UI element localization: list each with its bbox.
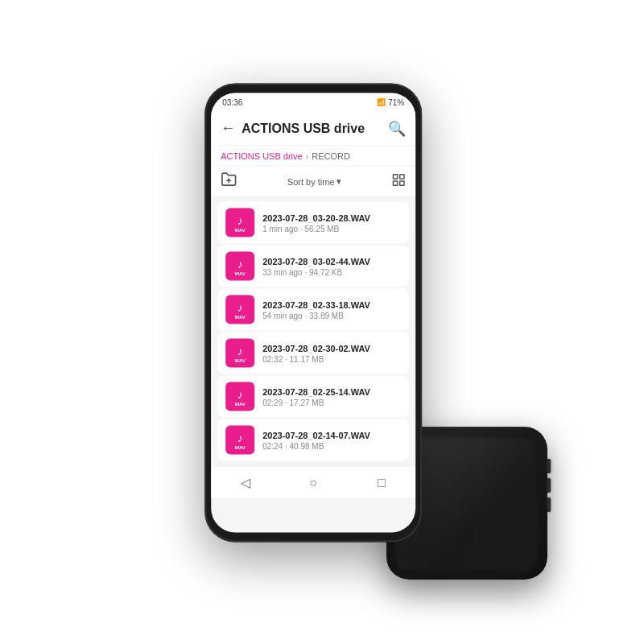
file-icon: ♪ WAV (225, 295, 254, 324)
file-meta: 54 min ago · 33.89 MB (262, 311, 401, 320)
file-type-label: WAV (235, 401, 246, 406)
file-icon: ♪ WAV (225, 382, 254, 411)
file-name: 2023-07-28_03-02-44.WAV (262, 256, 401, 266)
file-list: ♪ WAV 2023-07-28_03-20-28.WAV 1 min ago … (211, 197, 415, 466)
side-button-2 (547, 478, 551, 493)
status-time: 03:36 (222, 97, 242, 106)
file-icon: ♪ WAV (225, 339, 254, 368)
file-meta: 1 min ago · 56.25 MB (262, 224, 401, 233)
svg-rect-5 (400, 181, 404, 185)
list-item[interactable]: ♪ WAV 2023-07-28_02-25-14.WAV 02:29 · 17… (217, 376, 409, 418)
scene: 03:36 📶 71% ← ACTIONS USB drive 🔍 ACTION… (0, 0, 644, 644)
list-item[interactable]: ♪ WAV 2023-07-28_02-30-02.WAV 02:32 · 11… (217, 332, 409, 374)
file-name: 2023-07-28_02-30-02.WAV (262, 343, 401, 353)
music-note-icon: ♪ (237, 387, 243, 400)
search-button[interactable]: 🔍 (388, 119, 406, 137)
list-item[interactable]: ♪ WAV 2023-07-28_03-02-44.WAV 33 min ago… (217, 246, 409, 287)
file-type-label: WAV (235, 444, 246, 449)
file-name: 2023-07-28_02-14-07.WAV (262, 430, 401, 440)
music-note-icon: ♪ (237, 213, 243, 226)
side-buttons (547, 459, 551, 512)
list-item[interactable]: ♪ WAV 2023-07-28_02-33-18.WAV 54 min ago… (217, 289, 409, 331)
breadcrumb-root[interactable]: ACTIONS USB drive (221, 151, 302, 161)
status-icons: 📶 71% (377, 97, 404, 106)
status-bar: 03:36 📶 71% (211, 93, 415, 111)
sort-label: Sort by time (287, 176, 335, 186)
recent-nav-button[interactable]: □ (370, 471, 393, 493)
file-icon: ♪ WAV (225, 208, 254, 237)
file-meta: 02:29 · 17.27 MB (262, 398, 401, 407)
list-item[interactable]: ♪ WAV 2023-07-28_02-14-07.WAV 02:24 · 40… (217, 419, 409, 461)
phone-screen: 03:36 📶 71% ← ACTIONS USB drive 🔍 ACTION… (211, 93, 415, 533)
svg-rect-2 (393, 174, 397, 178)
file-type-label: WAV (235, 314, 246, 319)
music-note-icon: ♪ (237, 344, 243, 357)
home-nav-button[interactable]: ○ (302, 471, 324, 493)
breadcrumb-separator: › (306, 151, 309, 161)
file-name: 2023-07-28_02-25-14.WAV (262, 386, 401, 396)
file-info: 2023-07-28_02-14-07.WAV 02:24 · 40.98 MB (262, 430, 401, 450)
back-button[interactable]: ← (221, 120, 235, 137)
signal-icon: 📶 (377, 98, 386, 106)
top-bar: ← ACTIONS USB drive 🔍 (211, 111, 415, 147)
phone-device: 03:36 📶 71% ← ACTIONS USB drive 🔍 ACTION… (204, 84, 422, 543)
svg-rect-3 (400, 174, 404, 178)
file-info: 2023-07-28_03-02-44.WAV 33 min ago · 94.… (262, 256, 401, 276)
file-meta: 02:32 · 11.17 MB (262, 354, 401, 363)
music-note-icon: ♪ (237, 431, 243, 444)
list-item[interactable]: ♪ WAV 2023-07-28_03-20-28.WAV 1 min ago … (217, 202, 409, 244)
file-type-label: WAV (235, 357, 246, 362)
file-info: 2023-07-28_02-33-18.WAV 54 min ago · 33.… (262, 299, 401, 320)
svg-rect-4 (393, 181, 397, 185)
breadcrumb-current: RECORD (312, 151, 350, 161)
toolbar: Sort by time ▾ (211, 167, 415, 197)
sort-arrow: ▾ (336, 176, 341, 187)
file-info: 2023-07-28_03-20-28.WAV 1 min ago · 56.2… (262, 213, 401, 233)
file-name: 2023-07-28_02-33-18.WAV (262, 299, 401, 309)
nav-bar: ◁ ○ □ (211, 466, 415, 498)
file-info: 2023-07-28_02-30-02.WAV 02:32 · 11.17 MB (262, 343, 401, 363)
file-icon: ♪ WAV (225, 426, 254, 455)
file-meta: 33 min ago · 94.72 KB (262, 267, 401, 276)
page-title: ACTIONS USB drive (242, 121, 388, 135)
file-info: 2023-07-28_02-25-14.WAV 02:29 · 17.27 MB (262, 386, 401, 407)
breadcrumb: ACTIONS USB drive › RECORD (211, 147, 415, 167)
file-type-label: WAV (235, 227, 246, 232)
file-name: 2023-07-28_03-20-28.WAV (262, 213, 401, 222)
file-type-label: WAV (235, 270, 246, 275)
music-note-icon: ♪ (237, 257, 243, 270)
file-meta: 02:24 · 40.98 MB (262, 441, 401, 450)
back-nav-button[interactable]: ◁ (234, 471, 257, 493)
battery-icon: 71% (388, 97, 404, 106)
grid-view-button[interactable] (391, 172, 406, 190)
side-button-3 (547, 497, 551, 512)
sort-button[interactable]: Sort by time ▾ (287, 176, 341, 187)
file-icon: ♪ WAV (225, 252, 254, 281)
side-button-1 (547, 459, 551, 473)
music-note-icon: ♪ (237, 300, 243, 313)
add-folder-button[interactable] (221, 171, 237, 192)
